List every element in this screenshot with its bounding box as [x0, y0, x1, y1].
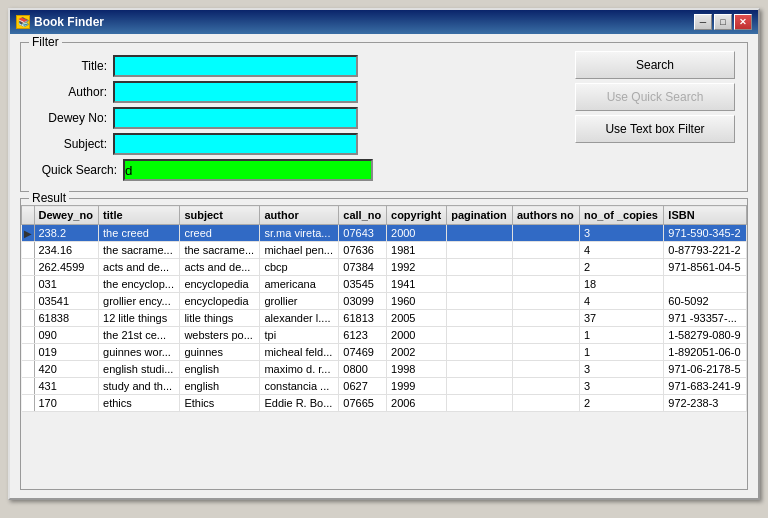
col-pagination: pagination: [447, 206, 513, 225]
cell-callno: 07384: [339, 259, 387, 276]
button-panel: Search Use Quick Search Use Text box Fil…: [575, 51, 735, 143]
cell-pagination: [447, 395, 513, 412]
cell-callno: 07636: [339, 242, 387, 259]
cell-authorsno: [512, 344, 579, 361]
cell-title: the 21st ce...: [99, 327, 180, 344]
cell-authorsno: [512, 225, 579, 242]
quicksearch-input[interactable]: [123, 159, 373, 181]
cell-copyright: 1992: [387, 259, 447, 276]
table-row[interactable]: 170ethicsEthicsEddie R. Bo...07665200629…: [22, 395, 747, 412]
cell-dewey: 431: [34, 378, 99, 395]
table-header: Dewey_no title subject author call_no co…: [22, 206, 747, 225]
row-indicator: [22, 242, 35, 259]
table-row[interactable]: 019guinnes wor...guinnesmicheal feld...0…: [22, 344, 747, 361]
dewey-label: Dewey No:: [33, 111, 113, 125]
cell-isbn: 971-06-2178-5: [664, 361, 747, 378]
cell-authorsno: [512, 395, 579, 412]
cell-callno: 07665: [339, 395, 387, 412]
cell-subject: Ethics: [180, 395, 260, 412]
restore-button[interactable]: □: [714, 14, 732, 30]
cell-subject: acts and de...: [180, 259, 260, 276]
cell-isbn: 971 -93357-...: [664, 310, 747, 327]
cell-copies: 3: [579, 361, 663, 378]
cell-isbn: 1-892051-06-0: [664, 344, 747, 361]
subject-input[interactable]: [113, 133, 358, 155]
table-row[interactable]: 234.16the sacrame...the sacrame...michae…: [22, 242, 747, 259]
cell-authorsno: [512, 276, 579, 293]
cell-copies: 37: [579, 310, 663, 327]
row-indicator: [22, 344, 35, 361]
cell-copyright: 1960: [387, 293, 447, 310]
cell-callno: 0800: [339, 361, 387, 378]
cell-author: sr.ma vireta...: [260, 225, 339, 242]
col-copyright: copyright: [387, 206, 447, 225]
cell-subject: creed: [180, 225, 260, 242]
cell-isbn: 972-238-3: [664, 395, 747, 412]
cell-pagination: [447, 225, 513, 242]
row-indicator: ▶: [22, 225, 35, 242]
cell-pagination: [447, 293, 513, 310]
textbox-filter-button[interactable]: Use Text box Filter: [575, 115, 735, 143]
quicksearch-label: Quick Search:: [33, 163, 123, 177]
row-indicator: [22, 361, 35, 378]
main-window: 📚 Book Finder ─ □ ✕ Filter Search Use Qu…: [8, 8, 760, 500]
cell-copies: 3: [579, 225, 663, 242]
subject-label: Subject:: [33, 137, 113, 151]
cell-author: maximo d. r...: [260, 361, 339, 378]
indicator-col: [22, 206, 35, 225]
cell-title: 12 litle things: [99, 310, 180, 327]
cell-copies: 2: [579, 259, 663, 276]
table-row[interactable]: 262.4599acts and de...acts and de...cbcp…: [22, 259, 747, 276]
content-area: Filter Search Use Quick Search Use Text …: [10, 34, 758, 498]
cell-title: acts and de...: [99, 259, 180, 276]
cell-author: constancia ...: [260, 378, 339, 395]
cell-author: americana: [260, 276, 339, 293]
cell-subject: english: [180, 361, 260, 378]
close-button[interactable]: ✕: [734, 14, 752, 30]
row-indicator: [22, 378, 35, 395]
cell-author: grollier: [260, 293, 339, 310]
row-indicator: [22, 310, 35, 327]
cell-isbn: 971-8561-04-5: [664, 259, 747, 276]
table-row[interactable]: 031the encyclop...encyclopediaamericana0…: [22, 276, 747, 293]
quick-search-button[interactable]: Use Quick Search: [575, 83, 735, 111]
col-author: author: [260, 206, 339, 225]
cell-title: grollier ency...: [99, 293, 180, 310]
cell-isbn: 0-87793-221-2: [664, 242, 747, 259]
cell-copyright: 2005: [387, 310, 447, 327]
search-button[interactable]: Search: [575, 51, 735, 79]
cell-title: the encyclop...: [99, 276, 180, 293]
author-label: Author:: [33, 85, 113, 99]
cell-copies: 1: [579, 344, 663, 361]
cell-copyright: 1941: [387, 276, 447, 293]
row-indicator: [22, 327, 35, 344]
cell-dewey: 420: [34, 361, 99, 378]
table-row[interactable]: 420english studi...englishmaximo d. r...…: [22, 361, 747, 378]
cell-authorsno: [512, 361, 579, 378]
cell-callno: 03545: [339, 276, 387, 293]
cell-author: michael pen...: [260, 242, 339, 259]
dewey-input[interactable]: [113, 107, 358, 129]
cell-dewey: 61838: [34, 310, 99, 327]
cell-pagination: [447, 276, 513, 293]
cell-callno: 07469: [339, 344, 387, 361]
table-row[interactable]: 6183812 litle thingslitle thingsalexande…: [22, 310, 747, 327]
cell-copyright: 1999: [387, 378, 447, 395]
table-row[interactable]: 431study and th...englishconstancia ...0…: [22, 378, 747, 395]
cell-subject: encyclopedia: [180, 293, 260, 310]
cell-pagination: [447, 344, 513, 361]
cell-dewey: 238.2: [34, 225, 99, 242]
col-title: title: [99, 206, 180, 225]
cell-copies: 18: [579, 276, 663, 293]
table-row[interactable]: 03541grollier ency...encyclopediagrollie…: [22, 293, 747, 310]
table-row[interactable]: 090the 21st ce...websters po...tpi612320…: [22, 327, 747, 344]
author-input[interactable]: [113, 81, 358, 103]
minimize-button[interactable]: ─: [694, 14, 712, 30]
table-row[interactable]: ▶238.2the creedcreedsr.ma vireta...07643…: [22, 225, 747, 242]
col-copies: no_of _copies: [579, 206, 663, 225]
table-container[interactable]: Dewey_no title subject author call_no co…: [21, 205, 747, 490]
title-input[interactable]: [113, 55, 358, 77]
cell-dewey: 234.16: [34, 242, 99, 259]
cell-pagination: [447, 378, 513, 395]
cell-copies: 4: [579, 242, 663, 259]
